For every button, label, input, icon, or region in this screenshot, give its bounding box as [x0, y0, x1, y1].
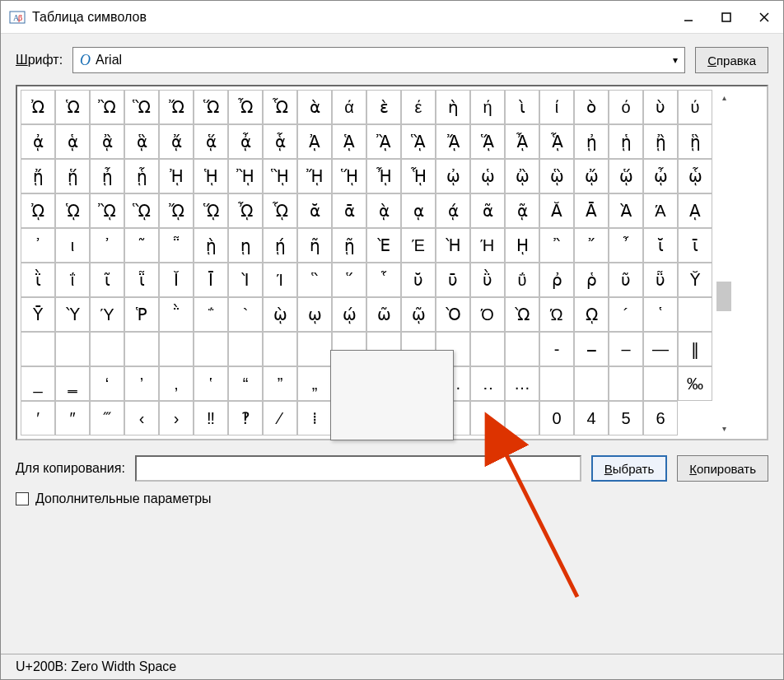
char-cell[interactable]: ᾧ [678, 159, 712, 193]
char-cell[interactable]: ‐ [539, 332, 574, 366]
char-cell[interactable] [505, 332, 539, 366]
char-cell[interactable]: ᾓ [678, 124, 712, 159]
char-cell[interactable]: Ύ [90, 297, 124, 332]
char-cell[interactable] [21, 332, 55, 366]
char-cell[interactable] [228, 332, 263, 366]
char-cell[interactable] [470, 401, 505, 435]
char-cell[interactable]: ᾔ [21, 159, 55, 193]
char-cell[interactable]: ᾴ [436, 193, 470, 228]
char-cell[interactable]: ῤ [539, 263, 574, 297]
char-cell[interactable]: ᾈ [297, 124, 332, 159]
char-cell[interactable]: ᾙ [194, 159, 228, 193]
char-cell[interactable]: Ό [470, 297, 505, 332]
maximize-button[interactable] [707, 2, 745, 33]
char-cell[interactable] [297, 332, 332, 366]
char-cell[interactable]: ‼ [194, 401, 228, 435]
char-cell[interactable]: ‖ [678, 332, 712, 366]
char-cell[interactable]: ή [470, 90, 505, 124]
char-cell[interactable]: ῇ [332, 228, 366, 263]
char-cell[interactable]: ῶ [366, 297, 401, 332]
char-cell[interactable]: ό [609, 90, 643, 124]
char-cell[interactable]: ᾱ [332, 193, 366, 228]
char-cell[interactable]: ὲ [366, 90, 401, 124]
char-cell[interactable]: ″ [55, 401, 90, 435]
char-cell[interactable]: ὸ [574, 90, 609, 124]
char-cell[interactable]: ᾦ [643, 159, 678, 193]
char-cell[interactable]: ῧ [643, 263, 678, 297]
char-cell[interactable]: ῢ [470, 263, 505, 297]
font-dropdown[interactable]: O Arial ▾ [72, 47, 685, 73]
char-cell[interactable]: ᾰ [297, 193, 332, 228]
char-cell[interactable]: ῭ [159, 297, 194, 332]
char-cell[interactable]: ‴ [90, 401, 124, 435]
char-cell[interactable]: ᾲ [366, 193, 401, 228]
char-cell[interactable]: ῡ [436, 263, 470, 297]
char-cell[interactable]: ά [332, 90, 366, 124]
scroll-track[interactable] [716, 105, 731, 421]
char-cell[interactable]: ‒ [574, 332, 609, 366]
char-cell[interactable]: ῒ [21, 263, 55, 297]
char-cell[interactable]: ᾇ [263, 124, 297, 159]
char-cell[interactable]: ὴ [436, 90, 470, 124]
char-cell[interactable]: ´ [609, 297, 643, 332]
char-cell[interactable]: ᾡ [470, 159, 505, 193]
char-cell[interactable]: ᾥ [609, 159, 643, 193]
char-cell[interactable]: Ὦ [228, 90, 263, 124]
char-cell[interactable]: ᾬ [159, 193, 194, 228]
close-button[interactable] [745, 2, 783, 33]
char-cell[interactable]: Ὸ [436, 297, 470, 332]
char-cell[interactable]: ᾿ [90, 228, 124, 263]
char-cell[interactable]: ὺ [643, 90, 678, 124]
char-cell[interactable] [55, 332, 90, 366]
char-cell[interactable] [539, 366, 574, 401]
char-cell[interactable]: Ὣ [124, 90, 159, 124]
char-cell[interactable]: ᾁ [55, 124, 90, 159]
char-cell[interactable]: Ὤ [159, 90, 194, 124]
char-cell[interactable]: 5 [609, 401, 643, 435]
char-cell[interactable]: ύ [678, 90, 712, 124]
char-cell[interactable]: ᾊ [366, 124, 401, 159]
char-cell[interactable]: ‗ [55, 366, 90, 401]
advanced-checkbox[interactable] [16, 492, 29, 505]
char-cell[interactable]: Ῐ [159, 263, 194, 297]
char-cell[interactable]: Ὥ [194, 90, 228, 124]
char-cell[interactable]: _ [21, 366, 55, 401]
char-cell[interactable]: Ὧ [263, 90, 297, 124]
char-cell[interactable]: ᾢ [505, 159, 539, 193]
char-cell[interactable]: ‰ [678, 366, 712, 401]
char-cell[interactable]: ᾨ [21, 193, 55, 228]
copy-button[interactable]: Копировать [677, 455, 768, 482]
char-cell[interactable]: ῷ [401, 297, 436, 332]
char-cell[interactable]: Ῥ [124, 297, 159, 332]
scroll-thumb[interactable] [716, 282, 731, 311]
char-cell[interactable]: ‹ [124, 401, 159, 435]
char-cell[interactable]: ⁞ [297, 401, 332, 435]
char-cell[interactable]: ᾂ [90, 124, 124, 159]
char-cell[interactable]: ῳ [297, 297, 332, 332]
char-cell[interactable] [609, 366, 643, 401]
char-cell[interactable]: Ὶ [228, 263, 263, 297]
char-cell[interactable]: Ὠ [21, 90, 55, 124]
char-cell[interactable]: ᾘ [159, 159, 194, 193]
char-cell[interactable]: ᾍ [470, 124, 505, 159]
char-cell[interactable]: ” [263, 366, 297, 401]
char-cell[interactable]: ᾕ [55, 159, 90, 193]
char-cell[interactable]: ᾐ [574, 124, 609, 159]
char-cell[interactable]: Ὲ [366, 228, 401, 263]
char-cell[interactable]: Ὴ [436, 228, 470, 263]
char-cell[interactable]: ῾ [643, 297, 678, 332]
char-cell[interactable]: Ὡ [55, 90, 90, 124]
char-cell[interactable]: Ῡ [21, 297, 55, 332]
char-cell[interactable] [678, 297, 712, 332]
char-cell[interactable]: ᾌ [436, 124, 470, 159]
char-cell[interactable]: – [609, 332, 643, 366]
char-cell[interactable]: Ὰ [609, 193, 643, 228]
char-cell[interactable]: Ᾱ [574, 193, 609, 228]
char-cell[interactable]: ᾆ [228, 124, 263, 159]
char-cell[interactable]: ῖ [90, 263, 124, 297]
char-cell[interactable]: ᾟ [401, 159, 436, 193]
char-cell[interactable]: ᾤ [574, 159, 609, 193]
char-cell[interactable]: ῄ [263, 228, 297, 263]
char-cell[interactable] [505, 401, 539, 435]
char-cell[interactable]: ῐ [643, 228, 678, 263]
